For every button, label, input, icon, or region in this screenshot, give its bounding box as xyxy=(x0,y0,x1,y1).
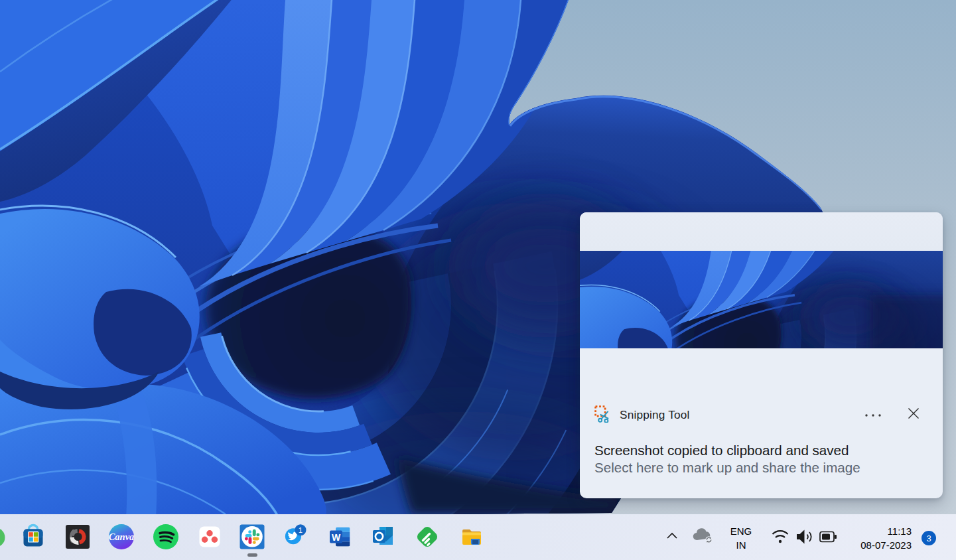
svg-text:08-07-2023: 08-07-2023 xyxy=(860,539,912,551)
svg-text:11:13: 11:13 xyxy=(888,525,912,537)
svg-text:W: W xyxy=(332,532,341,543)
svg-text:1: 1 xyxy=(299,526,303,534)
svg-text:IN: IN xyxy=(736,539,746,551)
svg-text:Canva: Canva xyxy=(109,531,135,542)
svg-text:3: 3 xyxy=(926,533,931,543)
svg-text:ENG: ENG xyxy=(730,525,752,537)
